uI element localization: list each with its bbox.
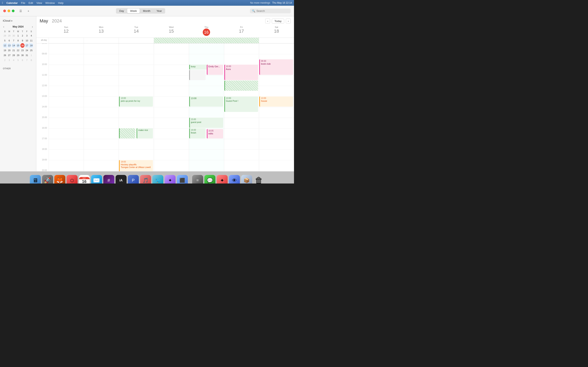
mini-cal-day[interactable]: 8 xyxy=(29,58,33,62)
dock-item-messages[interactable]: 💬 xyxy=(204,175,215,184)
time-cell-day0-14:00[interactable] xyxy=(49,107,84,118)
sidebar-icloud[interactable]: iCloud ▶ xyxy=(0,18,36,23)
mini-cal-day[interactable]: 6 xyxy=(20,58,25,62)
mini-cal-day[interactable]: 5 xyxy=(16,58,20,62)
view-day-button[interactable]: Day xyxy=(116,8,127,13)
cal-next-button[interactable]: › xyxy=(286,18,291,24)
event-e12[interactable]: 13:00Guest Post ! xyxy=(224,96,258,112)
mini-cal-day[interactable]: 2 xyxy=(20,33,25,38)
mini-cal-day[interactable]: 4 xyxy=(12,58,16,62)
time-cell-day0-08:00[interactable] xyxy=(49,43,84,54)
mini-cal-day[interactable]: 23 xyxy=(20,48,25,53)
time-cell-day0-18:00[interactable] xyxy=(49,150,84,160)
dock-item-slack[interactable]: # xyxy=(103,175,114,184)
mini-cal-today[interactable]: 16 xyxy=(20,43,25,48)
new-event-button[interactable]: + xyxy=(26,9,31,13)
mini-cal-day[interactable]: 9 xyxy=(20,38,25,43)
dock-item-firefox[interactable]: 🦊 xyxy=(54,175,65,184)
cal-prev-button[interactable]: ‹ xyxy=(265,18,270,24)
mini-cal-day[interactable]: 29 xyxy=(7,33,11,38)
event-e18[interactable]: 13:00house xyxy=(259,96,293,107)
time-cell-day4-19:00[interactable] xyxy=(189,160,224,171)
mini-cal-day[interactable]: 3 xyxy=(7,58,11,62)
mini-cal-day[interactable]: 6 xyxy=(7,38,11,43)
mini-cal-day[interactable]: 26 xyxy=(3,53,7,58)
dock-item-preview[interactable]: 👁 xyxy=(229,175,240,184)
time-cell-day1-13:00[interactable] xyxy=(84,96,119,107)
time-cell-day5-17:00[interactable] xyxy=(224,139,259,150)
time-cell-day3-16:00[interactable] xyxy=(154,128,189,139)
view-year-button[interactable]: Year xyxy=(154,8,164,13)
time-cell-day1-14:00[interactable] xyxy=(84,107,119,118)
search-input[interactable] xyxy=(256,9,289,12)
mini-cal-day[interactable]: 1 xyxy=(29,53,33,58)
time-cell-day1-19:00[interactable] xyxy=(84,160,119,171)
dock-item-pixelmator[interactable]: P xyxy=(128,175,139,184)
time-cell-day2-10:00[interactable] xyxy=(119,65,154,75)
cal-today-button[interactable]: Today xyxy=(272,18,284,24)
view-month-button[interactable]: Month xyxy=(140,8,153,13)
time-cell-day6-16:00[interactable] xyxy=(259,128,294,139)
time-cell-day3-09:00[interactable] xyxy=(154,54,189,65)
time-cell-day1-15:00[interactable] xyxy=(84,118,119,128)
event-e9[interactable]: 16:05edits xyxy=(207,129,223,138)
time-cell-day6-19:00[interactable] xyxy=(259,160,294,171)
time-cell-day4-17:00[interactable] xyxy=(189,139,224,150)
mini-cal-day[interactable]: 14 xyxy=(12,43,16,48)
mini-cal-day[interactable]: 20 xyxy=(7,48,11,53)
time-cell-day0-16:00[interactable] xyxy=(49,128,84,139)
allday-cell-mon[interactable] xyxy=(84,38,119,43)
time-cell-day6-17:00[interactable] xyxy=(259,139,294,150)
menu-window[interactable]: Window xyxy=(45,1,55,4)
event-e7[interactable]: 15:00guest post xyxy=(189,118,223,128)
dock-item-calendar[interactable]: MAY 16 xyxy=(79,175,90,184)
mini-cal-day[interactable]: 24 xyxy=(25,48,29,53)
allday-cell-sun[interactable] xyxy=(49,38,84,43)
time-cell-day5-08:00[interactable] xyxy=(224,43,259,54)
time-cell-day1-10:00[interactable] xyxy=(84,65,119,75)
mini-cal-day[interactable]: 2 xyxy=(3,58,7,62)
sidebar-toggle-button[interactable]: ☰ xyxy=(18,9,24,13)
event-e8[interactable]: 16:00finish xyxy=(189,128,206,138)
time-cell-day5-15:00[interactable] xyxy=(224,118,259,128)
time-cell-day6-18:00[interactable] xyxy=(259,150,294,160)
time-cell-day6-08:00[interactable] xyxy=(259,43,294,54)
time-cell-day4-20:00[interactable] xyxy=(189,171,224,171)
time-cell-day1-18:00[interactable] xyxy=(84,150,119,160)
mini-cal-next-button[interactable]: › xyxy=(31,25,34,28)
time-cell-day6-12:00[interactable] xyxy=(259,86,294,96)
time-cell-day2-15:00[interactable] xyxy=(119,118,154,128)
mini-cal-prev-button[interactable]: ‹ xyxy=(2,25,5,28)
mini-cal-day[interactable]: 28 xyxy=(3,33,7,38)
minimize-button[interactable] xyxy=(8,9,10,12)
time-cell-day1-11:00[interactable] xyxy=(84,75,119,86)
mini-cal-day[interactable]: 31 xyxy=(25,53,29,58)
time-cell-day5-18:00[interactable] xyxy=(224,150,259,160)
mini-cal-day[interactable]: 22 xyxy=(16,48,20,53)
time-cell-day0-12:00[interactable] xyxy=(49,86,84,96)
mini-cal-day[interactable]: 15 xyxy=(16,43,20,48)
dock-item-calculator[interactable]: = xyxy=(192,175,203,184)
mini-cal-day[interactable]: 30 xyxy=(12,33,16,38)
allday-cell-tue[interactable] xyxy=(119,38,154,43)
time-cell-day3-15:00[interactable] xyxy=(154,118,189,128)
time-cell-day3-14:00[interactable] xyxy=(154,107,189,118)
event-e2[interactable]: Emily Ger... xyxy=(207,65,223,75)
event-e11[interactable] xyxy=(224,81,258,91)
time-cell-day5-16:00[interactable] xyxy=(224,128,259,139)
allday-cell-wed[interactable] xyxy=(154,38,189,43)
time-cell-day2-12:00[interactable] xyxy=(119,86,154,96)
mini-cal-day[interactable]: 1 xyxy=(16,33,20,38)
time-cell-day1-17:00[interactable] xyxy=(84,139,119,150)
time-cell-day6-15:00[interactable] xyxy=(259,118,294,128)
view-week-button[interactable]: Week xyxy=(127,8,140,13)
allday-cell-thu[interactable] xyxy=(189,38,224,43)
time-cell-day3-13:00[interactable] xyxy=(154,96,189,107)
app-name[interactable]: Calendar xyxy=(6,1,18,4)
time-cell-day2-18:00[interactable] xyxy=(119,150,154,160)
mini-cal-day[interactable]: 13 xyxy=(7,43,11,48)
mini-cal-day[interactable]: 5 xyxy=(3,38,7,43)
mini-cal-day[interactable]: 12 xyxy=(3,43,7,48)
time-cell-day1-16:00[interactable] xyxy=(84,128,119,139)
dock-item-cleanmymac[interactable]: ✦ xyxy=(217,175,228,184)
